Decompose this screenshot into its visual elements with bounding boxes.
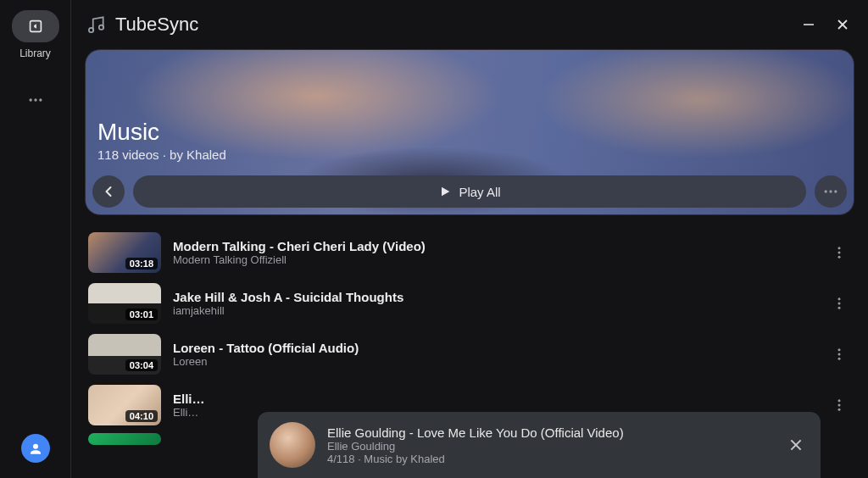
- now-playing-title: Ellie Goulding - Love Me Like You Do (Of…: [327, 425, 771, 440]
- svg-point-18: [838, 303, 841, 305]
- video-duration: 03:01: [125, 308, 158, 320]
- dots-vertical-icon: [832, 347, 847, 362]
- now-playing-toast[interactable]: Ellie Goulding - Love Me Like You Do (Of…: [258, 412, 821, 478]
- video-thumbnail: 03:18: [88, 232, 161, 273]
- video-thumbnail: [88, 433, 161, 445]
- svg-point-6: [99, 25, 103, 30]
- video-more-button[interactable]: [827, 397, 851, 413]
- dots-horizontal-icon: [27, 92, 44, 108]
- svg-point-25: [838, 409, 841, 411]
- titlebar: TubeSync: [71, 0, 868, 49]
- svg-point-24: [838, 404, 841, 407]
- app-icon: [85, 14, 107, 36]
- video-channel: Modern Talking Offiziell: [173, 253, 815, 266]
- svg-point-19: [838, 307, 841, 309]
- playlist-subtitle: 118 videos · by Khaled: [97, 147, 226, 162]
- video-title: Loreen - Tattoo (Official Audio): [173, 341, 815, 355]
- video-title: Elli…: [173, 392, 815, 406]
- video-more-button[interactable]: [827, 296, 851, 311]
- svg-point-13: [834, 190, 837, 192]
- svg-point-20: [838, 348, 841, 351]
- svg-point-15: [838, 252, 841, 254]
- video-row[interactable]: 03:18 Modern Talking - Cheri Cheri Lady …: [85, 227, 854, 278]
- playlist-title: Music: [97, 119, 226, 146]
- svg-point-14: [838, 247, 841, 249]
- svg-point-1: [29, 98, 31, 101]
- svg-point-17: [838, 297, 841, 300]
- close-button[interactable]: [831, 13, 854, 36]
- play-all-button[interactable]: Play All: [133, 175, 806, 208]
- app-title: TubeSync: [115, 14, 198, 36]
- video-duration: 03:04: [125, 359, 158, 371]
- video-duration: 04:10: [125, 410, 158, 422]
- now-playing-meta: 4/118 · Music by Khaled: [327, 453, 771, 465]
- video-title: Jake Hill & Josh A - Suicidal Thoughts: [173, 290, 815, 304]
- close-icon: [788, 437, 804, 453]
- close-icon: [836, 18, 849, 31]
- svg-point-3: [39, 98, 42, 101]
- video-row[interactable]: 03:04 Loreen - Tattoo (Official Audio) L…: [85, 329, 854, 380]
- play-icon: [438, 185, 452, 198]
- now-playing-thumbnail: [270, 422, 315, 468]
- minimize-button[interactable]: [797, 13, 821, 36]
- svg-point-5: [89, 28, 93, 32]
- avatar-button[interactable]: [21, 434, 50, 463]
- video-row[interactable]: 03:01 Jake Hill & Josh A - Suicidal Thou…: [85, 278, 854, 329]
- dots-vertical-icon: [832, 245, 847, 260]
- video-duration: 03:18: [125, 258, 158, 270]
- svg-point-16: [838, 256, 841, 258]
- video-thumbnail: 03:01: [88, 283, 161, 324]
- library-label: Library: [19, 47, 51, 59]
- svg-point-21: [838, 353, 841, 356]
- playlist-hero: Music 118 videos · by Khaled Play All: [85, 49, 854, 215]
- video-more-button[interactable]: [827, 245, 851, 260]
- library-button[interactable]: [12, 10, 59, 42]
- library-icon: [26, 17, 45, 36]
- svg-point-11: [825, 190, 827, 192]
- minimize-icon: [802, 18, 815, 31]
- svg-marker-10: [442, 187, 449, 197]
- chevron-left-icon: [100, 183, 117, 200]
- playlist-more-button[interactable]: [815, 175, 847, 208]
- video-channel: iamjakehill: [173, 304, 815, 317]
- back-button[interactable]: [92, 175, 125, 208]
- svg-point-4: [33, 444, 38, 449]
- svg-point-2: [34, 98, 36, 101]
- play-all-label: Play All: [459, 185, 500, 199]
- sidebar-more-button[interactable]: [19, 83, 53, 117]
- video-title: Modern Talking - Cheri Cheri Lady (Video…: [173, 239, 815, 253]
- toast-close-button[interactable]: [783, 432, 809, 458]
- video-channel: Loreen: [173, 355, 815, 368]
- video-thumbnail: 03:04: [88, 334, 161, 375]
- person-icon: [28, 441, 43, 456]
- dots-vertical-icon: [832, 296, 847, 311]
- dots-horizontal-icon: [822, 183, 839, 200]
- svg-point-22: [838, 358, 841, 360]
- video-thumbnail: 04:10: [88, 385, 161, 425]
- svg-point-23: [838, 399, 841, 402]
- video-more-button[interactable]: [827, 347, 851, 362]
- dots-vertical-icon: [832, 397, 847, 413]
- svg-point-12: [829, 190, 832, 192]
- now-playing-artist: Ellie Goulding: [327, 440, 771, 453]
